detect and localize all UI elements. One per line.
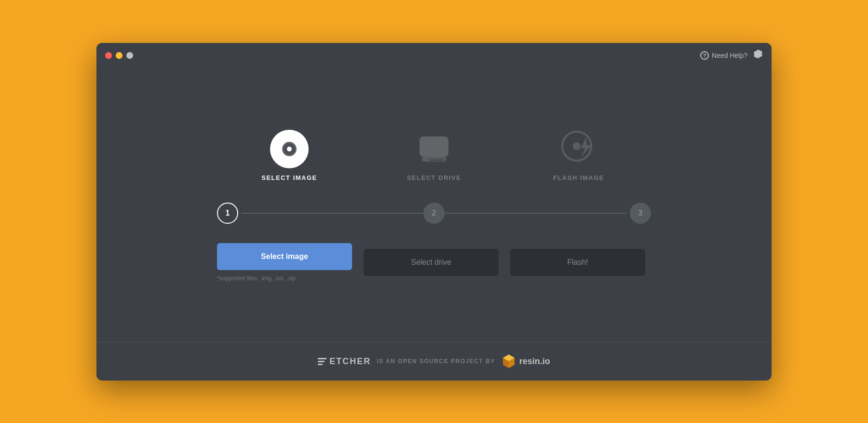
titlebar: ? Need Help? [96,43,772,68]
etcher-bar-2 [318,361,325,362]
resin-name: resin.io [519,356,550,367]
step-2-icon-container: SELECT DRIVE [362,133,506,181]
step-1-label: SELECT IMAGE [261,174,317,181]
etcher-bar-1 [318,358,326,359]
select-drive-button[interactable]: Select drive [364,249,499,276]
app-window: ? Need Help? SELECT IMAGE [96,43,772,381]
flash-disc-icon [559,128,598,166]
disc-icon [270,130,309,168]
close-button[interactable] [105,52,112,59]
footer: ETCHER IS AN OPEN SOURCE PROJECT BY resi… [96,342,772,381]
drive-icon [415,133,453,168]
window-controls [105,52,133,59]
help-button[interactable]: ? Need Help? [700,51,747,60]
resin-cube-icon [501,354,516,369]
step-node-1: 1 [217,203,238,224]
flash-icon [559,128,598,168]
maximize-button[interactable] [126,52,133,59]
step-3-icon-container: FLASH IMAGE [506,128,651,181]
settings-button[interactable] [753,49,763,61]
step-1-icon-container: SELECT IMAGE [217,130,362,181]
hard-drive-icon [415,133,453,166]
etcher-bar-3 [318,364,323,365]
etcher-name: ETCHER [329,356,371,367]
disc-inner [282,142,297,156]
etcher-bars-icon [318,358,326,365]
minimize-button[interactable] [116,52,122,59]
step-node-3: 3 [630,203,651,224]
step-node-2: 2 [423,203,445,224]
flash-button[interactable]: Flash! [510,249,645,276]
steps-icons-row: SELECT IMAGE SELECT DRIVE [217,128,651,181]
svg-rect-2 [429,159,444,161]
footer-middle-text: IS AN OPEN SOURCE PROJECT BY [377,358,495,365]
svg-point-4 [573,142,581,150]
help-icon: ? [700,51,709,60]
progress-bar: 1 2 3 [217,203,651,224]
gear-icon [753,49,763,59]
buttons-row: Select image *supported files: .img, .is… [217,243,651,282]
svg-rect-0 [420,136,448,157]
select-image-section: Select image *supported files: .img, .is… [217,243,352,282]
help-label: Need Help? [712,52,747,59]
etcher-logo: ETCHER [318,356,371,367]
main-content: SELECT IMAGE SELECT DRIVE [96,68,772,342]
resin-logo: resin.io [501,354,550,369]
step-3-label: FLASH IMAGE [553,174,604,181]
step-2-label: SELECT DRIVE [407,174,461,181]
supported-files-label: *supported files: .img, .iso, .zip [217,275,352,282]
titlebar-right: ? Need Help? [700,49,763,61]
step-nodes: 1 2 3 [217,203,651,224]
select-image-button[interactable]: Select image [217,243,352,270]
disc-center [287,147,292,151]
